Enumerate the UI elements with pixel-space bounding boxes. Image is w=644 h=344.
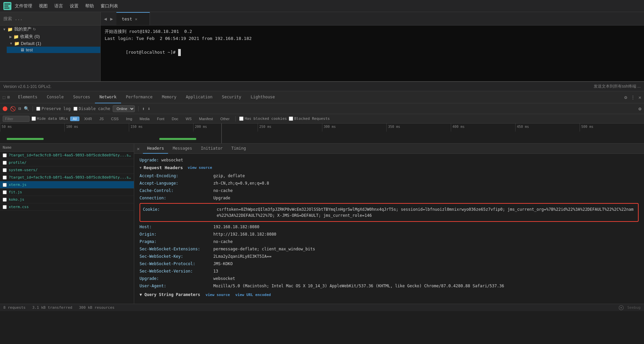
sidebar-favorites[interactable]: ▶ 📁 收藏夹 (0) bbox=[7, 33, 100, 40]
blocked-requests-checkbox[interactable]: Blocked Requests bbox=[289, 116, 330, 121]
menu-language[interactable]: 语言 bbox=[54, 3, 63, 9]
tab-application[interactable]: Application bbox=[181, 91, 217, 103]
request-checkbox-7[interactable] bbox=[3, 205, 7, 209]
disable-cache-checkbox[interactable]: Disable cache bbox=[73, 106, 110, 111]
app-bar: 文件管理 视图 语言 设置 帮助 窗口列表 bbox=[0, 0, 644, 12]
request-headers-title[interactable]: ▼ Request Headers view source bbox=[140, 165, 639, 170]
preserve-log-input[interactable] bbox=[36, 107, 40, 111]
request-row-0[interactable]: ?target_id=fac9cfc0-b8f1-4aa5-9893-b8f5c… bbox=[0, 152, 134, 159]
tab-console[interactable]: Console bbox=[42, 91, 68, 103]
import-har-icon[interactable]: ⬆ bbox=[142, 106, 145, 111]
request-name-3: ?target_id=fac9cfc0-b8f1-4aa5-9893-b8f5c… bbox=[9, 175, 131, 180]
header-name-origin: Origin: bbox=[140, 231, 213, 237]
refresh-icon[interactable]: ↻ bbox=[33, 27, 36, 32]
inspect-element-icon[interactable]: ⬚ bbox=[3, 95, 5, 100]
tab-prev-button[interactable]: ◀ bbox=[103, 15, 108, 22]
request-row-6[interactable]: koko.js bbox=[0, 196, 134, 203]
filter-bar: Hide data URLs All XHR JS CSS Img Media … bbox=[0, 114, 644, 124]
menu-settings[interactable]: 设置 bbox=[70, 3, 78, 9]
settings-icon[interactable]: ⚙ bbox=[624, 95, 627, 100]
header-value-upgrade: websocket bbox=[213, 276, 639, 282]
search-icon[interactable]: 🔍 bbox=[24, 106, 29, 111]
tab-security[interactable]: Security bbox=[217, 91, 246, 103]
tab-sources[interactable]: Sources bbox=[68, 91, 95, 103]
hide-data-urls-checkbox[interactable]: Hide data URLs bbox=[32, 116, 68, 121]
view-source-link[interactable]: view source bbox=[187, 165, 212, 170]
stop-recording-icon[interactable]: 🚫 bbox=[10, 106, 16, 111]
request-checkbox-1[interactable] bbox=[3, 161, 7, 165]
detail-tab-headers[interactable]: Headers bbox=[143, 144, 168, 154]
detail-tabs-bar: ✕ Headers Messages Initiator Timing bbox=[134, 144, 644, 154]
tab-test[interactable]: test ✕ bbox=[116, 12, 150, 25]
export-har-icon[interactable]: ⬇ bbox=[148, 106, 150, 111]
terminal-line-2: Last login: Tue Feb 2 06:54:19 2021 from… bbox=[105, 35, 640, 42]
request-checkbox-3[interactable] bbox=[3, 176, 7, 180]
tab-next-button[interactable]: ▶ bbox=[109, 15, 114, 22]
tab-performance[interactable]: Performance bbox=[121, 91, 157, 103]
tab-lighthouse[interactable]: Lighthouse bbox=[246, 91, 279, 103]
header-row-user-agent: User-Agent: Mozilla/5.0 (Macintosh; Inte… bbox=[140, 282, 639, 290]
detail-tab-timing[interactable]: Timing bbox=[227, 144, 250, 154]
sidebar-default[interactable]: ▼ 📁 Default (1) bbox=[7, 40, 100, 47]
request-checkbox-2[interactable] bbox=[3, 168, 7, 172]
responsive-icon[interactable]: ⊞ bbox=[7, 95, 10, 100]
filter-manifest-button[interactable]: Manifest bbox=[196, 116, 216, 121]
menu-view[interactable]: 视图 bbox=[39, 3, 48, 9]
detail-tab-initiator[interactable]: Initiator bbox=[197, 144, 227, 154]
preserve-log-checkbox[interactable]: Preserve log bbox=[36, 106, 71, 111]
more-options-icon[interactable]: ⋮ bbox=[631, 95, 635, 100]
filter-font-button[interactable]: Font bbox=[154, 116, 167, 121]
disable-cache-input[interactable] bbox=[73, 107, 77, 111]
send-all-button[interactable]: 发送文本到所有ssh终端 ... bbox=[594, 84, 641, 89]
query-string-title[interactable]: ▼ Query String Parameters view source vi… bbox=[140, 292, 639, 297]
blocked-requests-input[interactable] bbox=[289, 116, 293, 121]
sidebar-test-item[interactable]: 🖥 test bbox=[7, 47, 100, 53]
filter-doc-button[interactable]: Doc bbox=[169, 116, 181, 121]
request-row-1[interactable]: profile/ bbox=[0, 159, 134, 166]
request-row-3[interactable]: ?target_id=fac9cfc0-b8f1-4aa5-9893-b8f5c… bbox=[0, 174, 134, 181]
filter-js-button[interactable]: JS bbox=[97, 116, 106, 121]
tab-close-icon[interactable]: ✕ bbox=[135, 17, 137, 21]
request-checkbox-5[interactable] bbox=[3, 190, 7, 194]
query-view-source-link[interactable]: view source bbox=[206, 293, 230, 297]
request-row-4[interactable]: xterm.js bbox=[0, 181, 134, 189]
detail-panel: ✕ Headers Messages Initiator Timing Upgr… bbox=[134, 144, 644, 304]
tab-memory[interactable]: Memory bbox=[157, 91, 181, 103]
has-blocked-cookies-input[interactable] bbox=[239, 116, 244, 121]
tab-elements[interactable]: Elements bbox=[13, 91, 42, 103]
menu-file[interactable]: 文件管理 bbox=[15, 3, 32, 9]
menu-windows[interactable]: 窗口列表 bbox=[101, 3, 118, 9]
request-checkbox-0[interactable] bbox=[3, 153, 7, 157]
request-row-2[interactable]: system-users/ bbox=[0, 166, 134, 174]
hide-data-urls-input[interactable] bbox=[32, 116, 36, 121]
request-checkbox-6[interactable] bbox=[3, 198, 7, 202]
header-row-sec-ws-ext: Sec-WebSocket-Extensions: permessage-def… bbox=[140, 245, 639, 253]
filter-input[interactable] bbox=[3, 116, 30, 122]
request-row-7[interactable]: xterm.css bbox=[0, 203, 134, 211]
favorites-folder-icon: 📁 bbox=[13, 34, 19, 39]
header-value-connection: Upgrade bbox=[213, 195, 639, 201]
filter-icon[interactable]: ⊟ bbox=[18, 106, 21, 111]
sidebar-my-assets[interactable]: ▼ 📁 我的资产 ↻ bbox=[0, 26, 100, 33]
record-button[interactable] bbox=[3, 106, 7, 111]
filter-ws-button[interactable]: WS bbox=[183, 116, 195, 121]
query-view-url-encoded-link[interactable]: view URL encoded bbox=[235, 293, 271, 297]
filter-css-button[interactable]: CSS bbox=[108, 116, 121, 121]
detail-tab-messages[interactable]: Messages bbox=[169, 144, 196, 154]
filter-media-button[interactable]: Media bbox=[137, 116, 152, 121]
filter-all-button[interactable]: All bbox=[70, 116, 79, 121]
filter-other-button[interactable]: Other bbox=[218, 116, 232, 121]
request-checkbox-4[interactable] bbox=[3, 183, 7, 187]
tab-network[interactable]: Network bbox=[95, 91, 121, 103]
request-row-5[interactable]: fit.js bbox=[0, 189, 134, 196]
filter-img-button[interactable]: Img bbox=[123, 116, 135, 121]
close-devtools-icon[interactable]: ✕ bbox=[639, 95, 641, 100]
has-blocked-cookies-checkbox[interactable]: Has blocked cookies bbox=[239, 116, 287, 121]
detail-close-icon[interactable]: ✕ bbox=[137, 146, 140, 151]
throttle-select[interactable]: Online bbox=[113, 105, 135, 112]
tick-250ms: 250 ms bbox=[258, 124, 322, 132]
filter-xhr-button[interactable]: XHR bbox=[82, 116, 95, 121]
network-settings-icon[interactable]: ⚙ bbox=[639, 106, 641, 111]
my-assets-arrow-icon: ▼ bbox=[3, 28, 6, 31]
menu-help[interactable]: 帮助 bbox=[85, 3, 94, 9]
